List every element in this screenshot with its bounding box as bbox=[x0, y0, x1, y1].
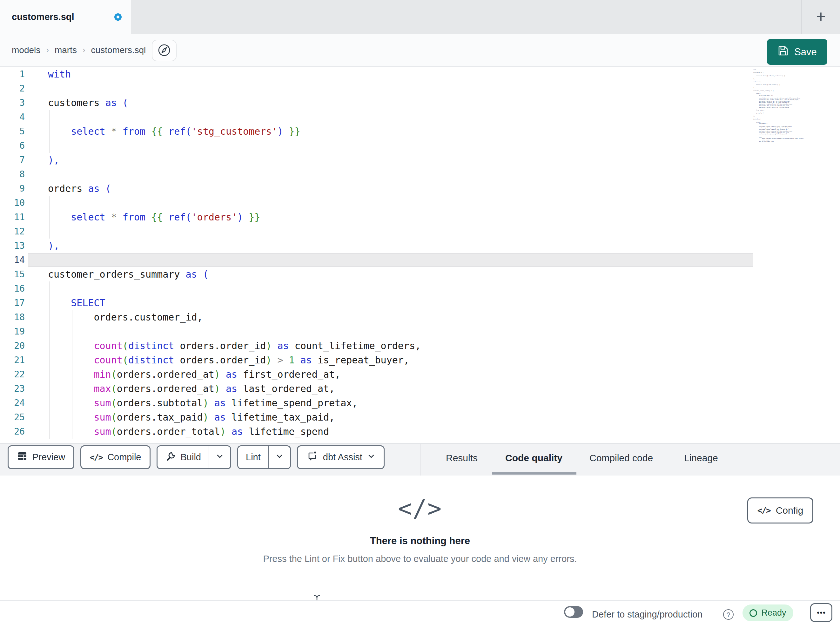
line-number: 20 bbox=[0, 339, 25, 353]
dbt-assist-button[interactable]: dbt Assist bbox=[297, 445, 385, 469]
editor-line[interactable]: 18 orders.customer_id, bbox=[0, 310, 840, 324]
wrench-icon bbox=[165, 451, 176, 464]
editor-line[interactable]: 4 bbox=[0, 110, 840, 124]
build-options-button[interactable] bbox=[208, 446, 230, 468]
assist-chat-sparkle-icon bbox=[306, 450, 318, 464]
compass-icon bbox=[157, 43, 171, 58]
editor-line[interactable]: 7), bbox=[0, 153, 840, 167]
lint-options-button[interactable] bbox=[268, 446, 290, 468]
tab-lineage[interactable]: Lineage bbox=[684, 449, 718, 467]
active-line-highlight bbox=[28, 253, 753, 267]
line-number: 1 bbox=[0, 67, 25, 81]
line-number: 12 bbox=[0, 224, 25, 239]
editor-line[interactable]: 22 min(orders.ordered_at) as first_order… bbox=[0, 367, 840, 381]
lint-button[interactable]: Lint bbox=[238, 446, 268, 468]
dbt-ide-app: customers.sql + models › marts › custome… bbox=[0, 0, 840, 628]
editor-line[interactable]: 19 bbox=[0, 324, 840, 339]
indent-guide bbox=[49, 282, 49, 296]
editor-line[interactable]: 9orders as ( bbox=[0, 181, 840, 196]
code-line-text: count(distinct orders.order_id) > 1 as i… bbox=[25, 353, 409, 367]
tab-results[interactable]: Results bbox=[446, 449, 478, 467]
defer-toggle[interactable] bbox=[564, 606, 583, 618]
save-button-label: Save bbox=[794, 46, 817, 58]
breadcrumb-item-models[interactable]: models bbox=[12, 45, 40, 55]
code-editor-lines: 1with23customers as (45 select * from {{… bbox=[0, 67, 840, 439]
tab-compiled-code[interactable]: Compiled code bbox=[589, 449, 653, 467]
unsaved-changes-icon[interactable] bbox=[114, 13, 122, 21]
line-number: 24 bbox=[0, 396, 25, 410]
editor-line[interactable]: 12 bbox=[0, 224, 840, 239]
editor-line[interactable]: 11 select * from {{ ref('orders') }} bbox=[0, 210, 840, 224]
editor-line[interactable]: 10 bbox=[0, 196, 840, 210]
line-number: 17 bbox=[0, 296, 25, 310]
editor-line[interactable]: 2 bbox=[0, 81, 840, 96]
chevron-down-icon bbox=[367, 452, 376, 462]
line-number: 21 bbox=[0, 353, 25, 367]
indent-guide bbox=[49, 224, 49, 239]
toggle-knob bbox=[565, 607, 575, 617]
editor-toolbar: Preview </> Compile Build bbox=[0, 443, 840, 476]
indent-guide bbox=[49, 139, 49, 153]
editor-line[interactable]: 14 bbox=[0, 253, 840, 267]
editor-line[interactable]: 6 bbox=[0, 139, 840, 153]
editor-line[interactable]: 21 count(distinct orders.order_id) > 1 a… bbox=[0, 353, 840, 367]
minimap[interactable]: with customers as ( select * from {{ ref… bbox=[753, 69, 804, 144]
explore-file-button[interactable] bbox=[152, 40, 177, 61]
editor-line[interactable]: 5 select * from {{ ref('stg_customers') … bbox=[0, 124, 840, 139]
code-line-text bbox=[25, 324, 48, 339]
code-line-text: sum(orders.subtotal) as lifetime_spend_p… bbox=[25, 396, 358, 410]
line-number: 11 bbox=[0, 210, 25, 224]
code-line-text bbox=[25, 282, 48, 296]
code-line-text bbox=[25, 196, 48, 210]
preview-button[interactable]: Preview bbox=[8, 445, 74, 469]
code-line-text: sum(orders.order_total) as lifetime_spen… bbox=[25, 424, 329, 439]
editor-line[interactable]: 16 bbox=[0, 282, 840, 296]
line-number: 25 bbox=[0, 410, 25, 424]
tab-bar-divider bbox=[801, 0, 802, 34]
line-number: 16 bbox=[0, 282, 25, 296]
editor-line[interactable]: 20 count(distinct orders.order_id) as co… bbox=[0, 339, 840, 353]
results-panel: </> Config </> There is nothing here Pre… bbox=[0, 476, 840, 600]
code-line-text: ), bbox=[25, 153, 59, 167]
code-icon: </> bbox=[0, 495, 840, 522]
editor-line[interactable]: 17 SELECT bbox=[0, 296, 840, 310]
code-line-text: max(orders.ordered_at) as last_ordered_a… bbox=[25, 381, 335, 396]
status-badge: Ready bbox=[742, 604, 793, 621]
editor-line[interactable]: 8 bbox=[0, 167, 840, 181]
line-number: 9 bbox=[0, 181, 25, 196]
tab-customers-sql[interactable]: customers.sql bbox=[0, 0, 131, 34]
save-button[interactable]: Save bbox=[767, 39, 827, 65]
code-line-text bbox=[25, 139, 48, 153]
more-options-button[interactable]: ••• bbox=[810, 603, 832, 622]
editor-line[interactable]: 15customer_orders_summary as ( bbox=[0, 267, 840, 282]
editor-line[interactable]: 1with bbox=[0, 67, 840, 81]
code-line-text bbox=[25, 167, 48, 181]
editor-line[interactable]: 3customers as ( bbox=[0, 96, 840, 110]
new-tab-button[interactable]: + bbox=[808, 4, 833, 29]
line-number: 14 bbox=[0, 253, 25, 267]
help-icon[interactable]: ? bbox=[723, 609, 734, 620]
build-button[interactable]: Build bbox=[158, 446, 209, 468]
lint-button-label: Lint bbox=[246, 452, 261, 462]
editor-line[interactable]: 23 max(orders.ordered_at) as last_ordere… bbox=[0, 381, 840, 396]
tab-code-quality[interactable]: Code quality bbox=[505, 449, 562, 467]
code-line-text: customer_orders_summary as ( bbox=[25, 267, 208, 282]
editor-line[interactable]: 13), bbox=[0, 239, 840, 253]
compile-button-label: Compile bbox=[107, 452, 141, 462]
chevron-down-icon bbox=[216, 452, 224, 462]
code-line-text: customers as ( bbox=[25, 96, 128, 110]
line-number: 18 bbox=[0, 310, 25, 324]
file-header-bar: models › marts › customers.sql bbox=[0, 34, 840, 67]
editor-line[interactable]: 24 sum(orders.subtotal) as lifetime_spen… bbox=[0, 396, 840, 410]
breadcrumb-item-marts[interactable]: marts bbox=[55, 45, 77, 55]
breadcrumb-item-file: customers.sql bbox=[91, 45, 146, 55]
code-icon: </> bbox=[90, 452, 103, 462]
compile-button[interactable]: </> Compile bbox=[81, 445, 150, 469]
line-number: 2 bbox=[0, 81, 25, 96]
editor-line[interactable]: 25 sum(orders.tax_paid) as lifetime_tax_… bbox=[0, 410, 840, 424]
editor-line[interactable]: 26 sum(orders.order_total) as lifetime_s… bbox=[0, 424, 840, 439]
code-editor[interactable]: 1with23customers as (45 select * from {{… bbox=[0, 67, 840, 443]
dbt-assist-button-label: dbt Assist bbox=[323, 452, 362, 462]
tab-title: customers.sql bbox=[12, 12, 74, 22]
code-line-text: min(orders.ordered_at) as first_ordered_… bbox=[25, 367, 341, 381]
